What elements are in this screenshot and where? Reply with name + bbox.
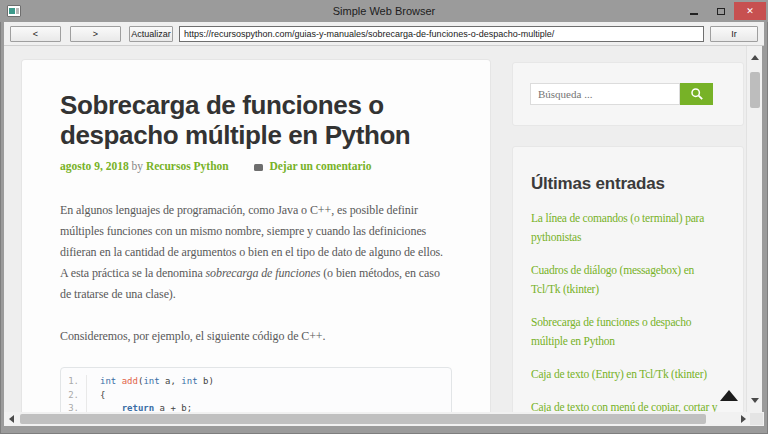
search-button[interactable] bbox=[680, 83, 713, 105]
vertical-scrollbar-thumb[interactable] bbox=[750, 72, 760, 108]
scroll-down-icon[interactable] bbox=[751, 398, 759, 403]
recent-posts-list: La línea de comandos (o terminal) para p… bbox=[531, 209, 725, 412]
post-author-link[interactable]: Recursos Python bbox=[146, 160, 229, 172]
article-card: Sobrecarga de funciones o despacho múlti… bbox=[22, 60, 490, 412]
maximize-button[interactable] bbox=[707, 2, 734, 20]
window-controls: ✕ bbox=[680, 2, 766, 20]
horizontal-scrollbar-thumb[interactable] bbox=[20, 414, 706, 424]
scrollbar-corner bbox=[750, 413, 763, 425]
recent-posts-widget: Últimas entradas La línea de comandos (o… bbox=[512, 146, 744, 412]
post-meta: agosto 9, 2018 by Recursos Python Dejar … bbox=[60, 160, 452, 172]
url-input[interactable] bbox=[179, 26, 704, 42]
navigation-toolbar: < > Actualizar Ir bbox=[4, 22, 764, 46]
back-to-top-button[interactable] bbox=[720, 390, 738, 401]
post-title: Sobrecarga de funciones o despacho múlti… bbox=[60, 90, 452, 150]
scroll-up-icon[interactable] bbox=[751, 55, 759, 60]
recent-post-link[interactable]: La línea de comandos (o terminal) para p… bbox=[531, 209, 725, 247]
scroll-left-icon[interactable] bbox=[9, 415, 14, 423]
back-button[interactable]: < bbox=[10, 26, 61, 42]
go-button[interactable]: Ir bbox=[710, 26, 758, 42]
title-bar: Simple Web Browser ✕ bbox=[0, 0, 768, 22]
code-line: 3. return a + b; bbox=[61, 402, 451, 412]
close-icon: ✕ bbox=[746, 6, 754, 16]
close-button[interactable]: ✕ bbox=[734, 2, 766, 20]
window-title: Simple Web Browser bbox=[0, 0, 768, 22]
recent-post-link[interactable]: Caja de texto con menú de copiar, cortar… bbox=[531, 398, 725, 412]
comment-link[interactable]: Dejar un comentario bbox=[269, 160, 371, 172]
minimize-button[interactable] bbox=[680, 2, 707, 20]
code-block: 1.int add(int a, int b)2.{3. return a + … bbox=[60, 367, 452, 412]
code-line: 1.int add(int a, int b) bbox=[61, 375, 451, 389]
recent-post-link[interactable]: Caja de texto (Entry) en Tcl/Tk (tkinter… bbox=[531, 365, 725, 384]
page-viewport: Sobrecarga de funciones o despacho múlti… bbox=[4, 46, 762, 412]
scroll-right-icon[interactable] bbox=[741, 415, 746, 423]
recent-post-link[interactable]: Sobrecarga de funciones o despacho múlti… bbox=[531, 313, 725, 351]
search-input[interactable] bbox=[530, 83, 680, 105]
search-icon bbox=[690, 87, 704, 101]
forward-button[interactable]: > bbox=[70, 26, 121, 42]
maximize-icon bbox=[717, 8, 725, 15]
minimize-icon bbox=[690, 13, 698, 15]
horizontal-scrollbar[interactable] bbox=[4, 412, 764, 426]
post-paragraph-2: Consideremos, por ejemplo, el siguiente … bbox=[60, 326, 452, 347]
refresh-button[interactable]: Actualizar bbox=[129, 26, 173, 42]
search-form bbox=[530, 83, 726, 105]
vertical-scrollbar[interactable] bbox=[746, 46, 762, 412]
post-by-label: by bbox=[132, 160, 146, 172]
post-date: agosto 9, 2018 bbox=[60, 160, 129, 172]
post-paragraph-1: En algunos lenguajes de programación, co… bbox=[60, 200, 452, 305]
search-widget bbox=[512, 62, 744, 126]
recent-post-link[interactable]: Cuadros de diálogo (messagebox) en Tcl/T… bbox=[531, 261, 725, 299]
code-line: 2.{ bbox=[61, 389, 451, 403]
browser-window: Simple Web Browser ✕ < > Actualizar Ir S… bbox=[0, 0, 768, 434]
recent-posts-heading: Últimas entradas bbox=[531, 174, 725, 194]
comment-bubble-icon bbox=[254, 164, 263, 171]
